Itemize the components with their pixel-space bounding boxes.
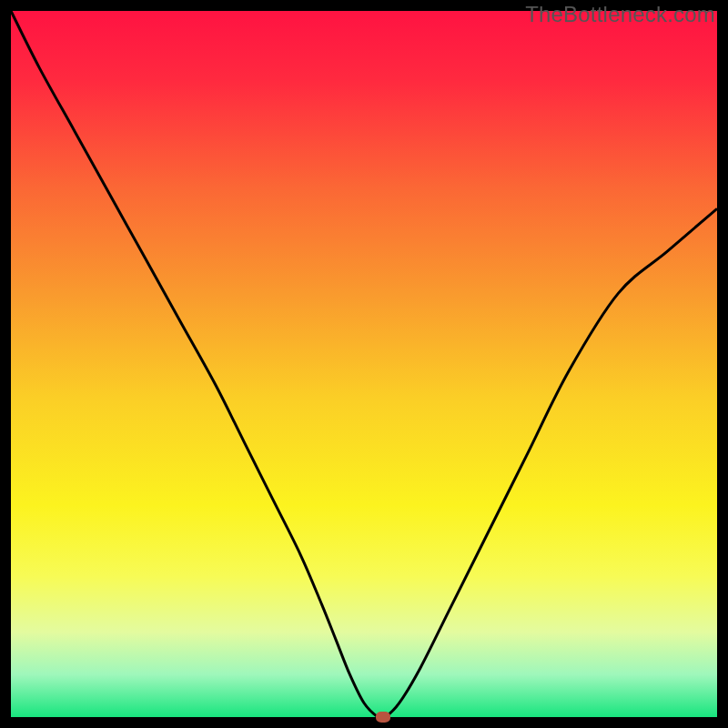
- optimal-point-marker: [376, 712, 390, 723]
- gradient-background: [11, 11, 717, 717]
- watermark-text: TheBottleneck.com: [525, 2, 715, 27]
- bottleneck-plot: [11, 11, 717, 717]
- chart-frame: [11, 11, 717, 717]
